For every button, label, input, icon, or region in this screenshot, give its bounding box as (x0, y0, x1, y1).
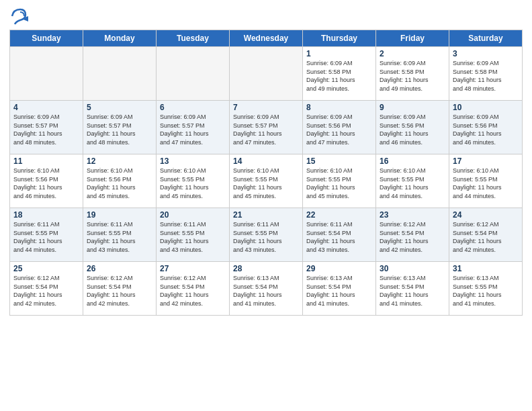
day-detail: Sunrise: 6:09 AM Sunset: 5:57 PM Dayligh… (233, 113, 299, 146)
calendar-cell: 12Sunrise: 6:10 AM Sunset: 5:56 PM Dayli… (83, 154, 157, 208)
day-number: 26 (87, 264, 152, 273)
day-number: 7 (233, 103, 299, 112)
day-number: 12 (87, 156, 152, 166)
calendar-header-row: SundayMondayTuesdayWednesdayThursdayFrid… (10, 30, 523, 47)
day-number: 8 (306, 103, 372, 112)
day-number: 10 (453, 103, 519, 112)
calendar-cell: 15Sunrise: 6:10 AM Sunset: 5:55 PM Dayli… (303, 154, 376, 208)
calendar-week-1: 1Sunrise: 6:09 AM Sunset: 5:58 PM Daylig… (10, 47, 523, 101)
calendar-cell: 27Sunrise: 6:12 AM Sunset: 5:54 PM Dayli… (157, 262, 230, 316)
calendar-cell: 21Sunrise: 6:11 AM Sunset: 5:55 PM Dayli… (230, 208, 303, 262)
column-header-monday: Monday (83, 30, 157, 47)
day-detail: Sunrise: 6:09 AM Sunset: 5:57 PM Dayligh… (87, 113, 152, 146)
day-number: 23 (380, 210, 445, 220)
calendar-cell (230, 47, 303, 101)
day-detail: Sunrise: 6:12 AM Sunset: 5:54 PM Dayligh… (453, 220, 519, 254)
day-number: 3 (453, 49, 519, 58)
day-detail: Sunrise: 6:12 AM Sunset: 5:54 PM Dayligh… (13, 274, 79, 308)
calendar-cell: 7Sunrise: 6:09 AM Sunset: 5:57 PM Daylig… (230, 101, 303, 154)
day-detail: Sunrise: 6:09 AM Sunset: 5:56 PM Dayligh… (306, 113, 372, 146)
day-number: 28 (233, 264, 299, 273)
calendar-cell: 4Sunrise: 6:09 AM Sunset: 5:57 PM Daylig… (10, 101, 83, 154)
calendar-cell: 19Sunrise: 6:11 AM Sunset: 5:55 PM Dayli… (83, 208, 157, 262)
calendar-cell: 6Sunrise: 6:09 AM Sunset: 5:57 PM Daylig… (157, 101, 230, 154)
day-number: 30 (380, 264, 445, 273)
header (9, 7, 523, 26)
day-detail: Sunrise: 6:11 AM Sunset: 5:54 PM Dayligh… (306, 220, 372, 254)
day-number: 9 (380, 103, 445, 112)
day-detail: Sunrise: 6:13 AM Sunset: 5:54 PM Dayligh… (380, 274, 445, 308)
day-number: 19 (87, 210, 152, 220)
calendar-cell: 31Sunrise: 6:13 AM Sunset: 5:55 PM Dayli… (449, 262, 523, 316)
column-header-wednesday: Wednesday (230, 30, 303, 47)
calendar-cell: 23Sunrise: 6:12 AM Sunset: 5:54 PM Dayli… (376, 208, 449, 262)
day-detail: Sunrise: 6:10 AM Sunset: 5:55 PM Dayligh… (453, 167, 519, 200)
day-detail: Sunrise: 6:13 AM Sunset: 5:55 PM Dayligh… (453, 274, 519, 308)
day-detail: Sunrise: 6:12 AM Sunset: 5:54 PM Dayligh… (87, 274, 152, 308)
column-header-friday: Friday (376, 30, 449, 47)
day-number: 16 (380, 156, 445, 166)
day-number: 21 (233, 210, 299, 220)
calendar-cell: 25Sunrise: 6:12 AM Sunset: 5:54 PM Dayli… (10, 262, 83, 316)
day-detail: Sunrise: 6:10 AM Sunset: 5:56 PM Dayligh… (87, 167, 152, 200)
day-detail: Sunrise: 6:09 AM Sunset: 5:58 PM Dayligh… (380, 59, 445, 93)
day-number: 25 (13, 264, 79, 273)
day-number: 18 (13, 210, 79, 220)
day-number: 20 (160, 210, 226, 220)
calendar-cell: 22Sunrise: 6:11 AM Sunset: 5:54 PM Dayli… (303, 208, 376, 262)
calendar-cell: 24Sunrise: 6:12 AM Sunset: 5:54 PM Dayli… (449, 208, 523, 262)
day-detail: Sunrise: 6:11 AM Sunset: 5:55 PM Dayligh… (87, 220, 152, 254)
day-detail: Sunrise: 6:10 AM Sunset: 5:55 PM Dayligh… (306, 167, 372, 200)
calendar-week-5: 25Sunrise: 6:12 AM Sunset: 5:54 PM Dayli… (10, 262, 523, 316)
day-number: 13 (160, 156, 226, 166)
calendar-body: 1Sunrise: 6:09 AM Sunset: 5:58 PM Daylig… (10, 47, 523, 316)
day-number: 29 (306, 264, 372, 273)
day-number: 11 (13, 156, 79, 166)
day-detail: Sunrise: 6:09 AM Sunset: 5:56 PM Dayligh… (453, 113, 519, 146)
calendar-cell (83, 47, 157, 101)
calendar-cell: 17Sunrise: 6:10 AM Sunset: 5:55 PM Dayli… (449, 154, 523, 208)
calendar-cell: 3Sunrise: 6:09 AM Sunset: 5:58 PM Daylig… (449, 47, 523, 101)
day-detail: Sunrise: 6:09 AM Sunset: 5:58 PM Dayligh… (453, 59, 519, 93)
day-detail: Sunrise: 6:10 AM Sunset: 5:55 PM Dayligh… (160, 167, 226, 200)
column-header-saturday: Saturday (449, 30, 523, 47)
day-detail: Sunrise: 6:11 AM Sunset: 5:55 PM Dayligh… (160, 220, 226, 254)
page: SundayMondayTuesdayWednesdayThursdayFrid… (0, 0, 532, 411)
day-detail: Sunrise: 6:09 AM Sunset: 5:58 PM Dayligh… (306, 59, 372, 93)
calendar-week-3: 11Sunrise: 6:10 AM Sunset: 5:56 PM Dayli… (10, 154, 523, 208)
calendar-cell (157, 47, 230, 101)
calendar-cell: 5Sunrise: 6:09 AM Sunset: 5:57 PM Daylig… (83, 101, 157, 154)
day-number: 6 (160, 103, 226, 112)
calendar-cell: 29Sunrise: 6:13 AM Sunset: 5:54 PM Dayli… (303, 262, 376, 316)
logo (9, 7, 31, 26)
day-detail: Sunrise: 6:12 AM Sunset: 5:54 PM Dayligh… (380, 220, 445, 254)
calendar-cell: 20Sunrise: 6:11 AM Sunset: 5:55 PM Dayli… (157, 208, 230, 262)
calendar-cell: 8Sunrise: 6:09 AM Sunset: 5:56 PM Daylig… (303, 101, 376, 154)
calendar-cell: 26Sunrise: 6:12 AM Sunset: 5:54 PM Dayli… (83, 262, 157, 316)
calendar-cell: 2Sunrise: 6:09 AM Sunset: 5:58 PM Daylig… (376, 47, 449, 101)
day-detail: Sunrise: 6:13 AM Sunset: 5:54 PM Dayligh… (306, 274, 372, 308)
day-number: 31 (453, 264, 519, 273)
calendar-cell: 1Sunrise: 6:09 AM Sunset: 5:58 PM Daylig… (303, 47, 376, 101)
day-detail: Sunrise: 6:10 AM Sunset: 5:55 PM Dayligh… (380, 167, 445, 200)
day-number: 15 (306, 156, 372, 166)
day-number: 22 (306, 210, 372, 220)
calendar-cell (10, 47, 83, 101)
calendar-cell: 30Sunrise: 6:13 AM Sunset: 5:54 PM Dayli… (376, 262, 449, 316)
day-detail: Sunrise: 6:09 AM Sunset: 5:56 PM Dayligh… (380, 113, 445, 146)
calendar-cell: 13Sunrise: 6:10 AM Sunset: 5:55 PM Dayli… (157, 154, 230, 208)
day-number: 17 (453, 156, 519, 166)
day-number: 5 (87, 103, 152, 112)
calendar-week-4: 18Sunrise: 6:11 AM Sunset: 5:55 PM Dayli… (10, 208, 523, 262)
calendar-cell: 14Sunrise: 6:10 AM Sunset: 5:55 PM Dayli… (230, 154, 303, 208)
calendar-cell: 10Sunrise: 6:09 AM Sunset: 5:56 PM Dayli… (449, 101, 523, 154)
day-number: 24 (453, 210, 519, 220)
column-header-tuesday: Tuesday (157, 30, 230, 47)
day-number: 27 (160, 264, 226, 273)
day-detail: Sunrise: 6:13 AM Sunset: 5:54 PM Dayligh… (233, 274, 299, 308)
calendar-cell: 28Sunrise: 6:13 AM Sunset: 5:54 PM Dayli… (230, 262, 303, 316)
column-header-sunday: Sunday (10, 30, 83, 47)
calendar-table: SundayMondayTuesdayWednesdayThursdayFrid… (9, 30, 523, 316)
calendar-week-2: 4Sunrise: 6:09 AM Sunset: 5:57 PM Daylig… (10, 101, 523, 154)
day-number: 14 (233, 156, 299, 166)
